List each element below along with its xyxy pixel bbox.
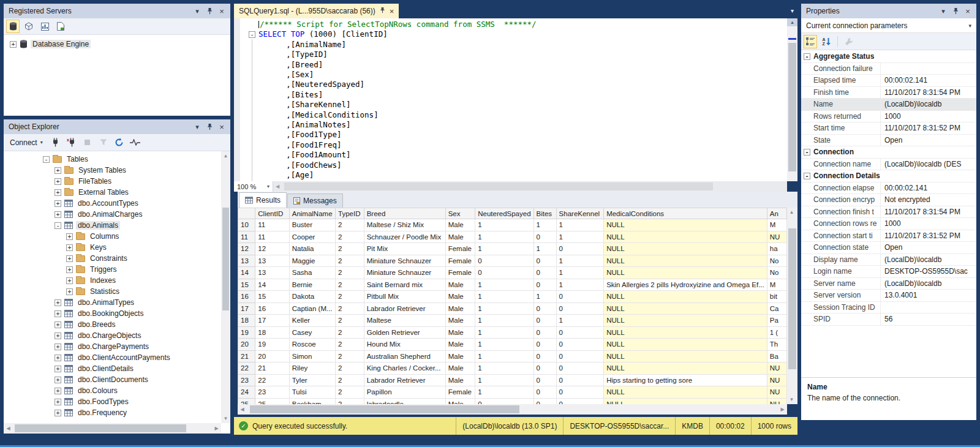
grid-horizontal-scrollbar[interactable]: ◀ ▶: [238, 404, 787, 415]
tree-item[interactable]: +dbo.ClientDocuments: [4, 374, 221, 385]
grid-cell[interactable]: 1: [533, 291, 556, 303]
grid-cell[interactable]: No: [767, 267, 786, 279]
grid-cell[interactable]: 18: [255, 326, 289, 339]
code-text[interactable]: /****** Script for SelectTopNRows comman…: [258, 20, 787, 181]
tab-sqlquery1[interactable]: SQLQuery1.sql - (L...955D\saccarab (56))…: [234, 4, 399, 18]
scrollbar-thumb[interactable]: [788, 228, 796, 369]
grid-cell[interactable]: 1: [533, 219, 556, 231]
property-row[interactable]: Elapsed time00:00:02.141: [801, 75, 976, 87]
collapse-icon[interactable]: -: [804, 173, 810, 179]
property-row[interactable]: Server name(LocalDb)\localdb: [801, 278, 976, 290]
connect-object-icon[interactable]: [49, 136, 62, 149]
tree-item[interactable]: +dbo.Frequency: [4, 407, 221, 418]
grid-cell[interactable]: 2: [336, 279, 364, 291]
grid-cell[interactable]: Hound Mix: [364, 339, 445, 351]
collapse-icon[interactable]: -: [804, 149, 810, 156]
grid-cell[interactable]: No: [767, 255, 786, 267]
grid-cell[interactable]: 2: [336, 374, 364, 386]
grid-cell[interactable]: Labrador Retriever: [364, 374, 445, 386]
collapse-icon[interactable]: -: [55, 222, 61, 229]
property-row[interactable]: Rows returned1000: [801, 111, 976, 123]
grid-cell[interactable]: 0: [556, 339, 604, 351]
grid-cell[interactable]: 1: [533, 243, 556, 255]
grid-cell[interactable]: NULL: [604, 231, 767, 243]
tree-item[interactable]: +Keys: [4, 242, 221, 253]
grid-cell[interactable]: 0: [533, 386, 556, 399]
grid-cell[interactable]: 22: [238, 362, 255, 375]
tree-item[interactable]: +dbo.FoodTypes: [4, 396, 221, 407]
property-row[interactable]: Login nameDESKTOP-OS5955D\sac: [801, 266, 976, 278]
grid-cell[interactable]: 24: [238, 386, 255, 399]
refresh-icon[interactable]: [113, 136, 126, 149]
grid-cell[interactable]: Pit Mix: [364, 243, 445, 255]
grid-cell[interactable]: 1: [556, 255, 604, 267]
grid-cell[interactable]: 0: [556, 243, 604, 255]
grid-cell[interactable]: 1: [556, 315, 604, 327]
grid-cell[interactable]: 13: [255, 267, 289, 279]
property-row[interactable]: Connection start ti11/10/2017 8:31:52 PM: [801, 230, 976, 242]
property-row[interactable]: Connection stateOpen: [801, 242, 976, 254]
expand-icon[interactable]: +: [66, 233, 73, 240]
tab-messages[interactable]: Messages: [287, 193, 343, 208]
grid-cell[interactable]: NULL: [604, 243, 767, 255]
tree-item[interactable]: -dbo.Animals: [4, 220, 221, 231]
property-row[interactable]: Display name(LocalDb)\localdb: [801, 254, 976, 266]
connect-button[interactable]: Connect ▾: [6, 136, 47, 149]
grid-cell[interactable]: 0: [533, 326, 556, 339]
grid-cell[interactable]: Skin Allergies 2 pills Hydroxyizine and …: [604, 279, 767, 291]
categorized-icon[interactable]: [804, 35, 817, 48]
pin-icon[interactable]: [205, 122, 214, 132]
property-row[interactable]: SPID56: [801, 314, 976, 326]
tree-item[interactable]: +dbo.BookingObjects: [4, 308, 221, 319]
grid-cell[interactable]: Hips starting to getting sore: [604, 374, 767, 386]
grid-cell[interactable]: NULL: [604, 386, 767, 399]
pin-icon[interactable]: [951, 6, 960, 16]
grid-cell[interactable]: NU: [767, 362, 786, 375]
tree-item[interactable]: +Database Engine: [4, 39, 230, 50]
grid-cell[interactable]: NULL: [604, 350, 767, 362]
tree-item[interactable]: +dbo.AnimalCharges: [4, 209, 221, 220]
close-icon[interactable]: ×: [217, 122, 227, 132]
grid-cell[interactable]: Male: [445, 279, 475, 291]
grid-column-header[interactable]: Breed: [364, 208, 445, 219]
collapse-icon[interactable]: -: [43, 156, 50, 163]
grid-cell[interactable]: Captian (M...: [289, 302, 335, 315]
window-position-icon[interactable]: ▾: [192, 6, 202, 16]
grid-cell[interactable]: Papillon: [364, 386, 445, 399]
grid-cell[interactable]: 2: [336, 231, 364, 243]
property-row[interactable]: Start time11/10/2017 8:31:52 PM: [801, 122, 976, 135]
grid-cell[interactable]: 0: [533, 279, 556, 291]
property-row[interactable]: Connection finish t11/10/2017 8:31:54 PM: [801, 206, 976, 219]
scroll-up-icon[interactable]: ▲: [221, 151, 230, 160]
grid-cell[interactable]: Miniature Schnauzer: [364, 267, 445, 279]
grid-cell[interactable]: 23: [255, 386, 289, 399]
grid-cell[interactable]: 2: [336, 302, 364, 315]
grid-cell[interactable]: 0: [533, 374, 556, 386]
expand-icon[interactable]: +: [55, 366, 61, 372]
grid-cell[interactable]: 0: [533, 302, 556, 315]
close-icon[interactable]: ×: [963, 6, 973, 16]
scroll-right-icon[interactable]: ▶: [778, 405, 787, 414]
grid-cell[interactable]: NU: [767, 374, 786, 386]
tree-item[interactable]: +dbo.AnimalTypes: [4, 297, 221, 308]
grid-cell[interactable]: NU: [767, 231, 786, 243]
scroll-left-icon[interactable]: ◀: [238, 405, 247, 414]
fold-collapse-icon[interactable]: -: [249, 31, 255, 38]
grid-cell[interactable]: Keller: [289, 315, 335, 327]
grid-cell[interactable]: 23: [238, 374, 255, 386]
grid-cell[interactable]: Female: [445, 243, 475, 255]
grid-cell[interactable]: 1: [475, 386, 533, 399]
grid-cell[interactable]: 0: [533, 231, 556, 243]
grid-cell[interactable]: 1: [475, 362, 533, 375]
grid-cell[interactable]: 20: [238, 339, 255, 351]
property-row[interactable]: Name(LocalDb)\localdb: [801, 99, 976, 111]
grid-cell[interactable]: 1: [475, 243, 533, 255]
grid-cell[interactable]: 2: [336, 255, 364, 267]
grid-cell[interactable]: 25: [255, 398, 289, 404]
grid-cell[interactable]: 2: [336, 243, 364, 255]
grid-cell[interactable]: 16: [255, 302, 289, 315]
grid-cell[interactable]: bit: [767, 291, 786, 303]
close-icon[interactable]: ×: [217, 6, 227, 16]
pin-icon[interactable]: [380, 7, 385, 15]
grid-cell[interactable]: Saint Bernard mix: [364, 279, 445, 291]
